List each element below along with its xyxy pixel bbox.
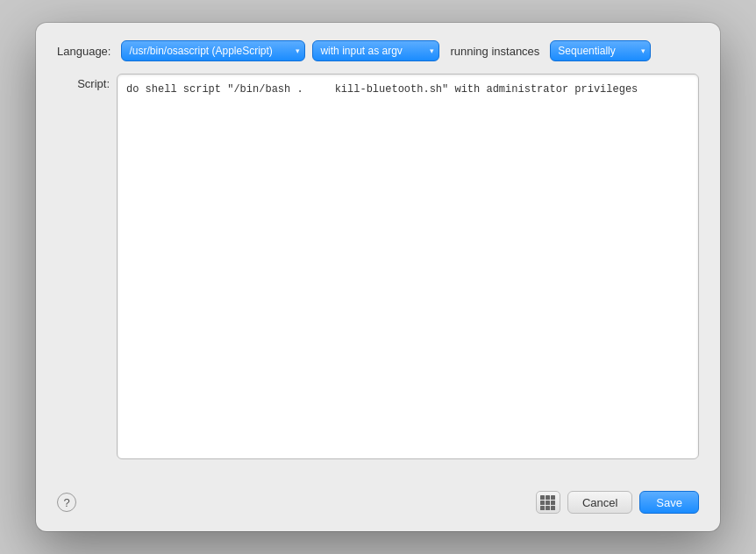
running-label: running instances <box>450 45 539 58</box>
input-select-wrapper[interactable]: with input as argv ▾ <box>312 40 439 61</box>
bottom-row: ? Cancel Save <box>57 491 699 514</box>
cancel-button[interactable]: Cancel <box>567 491 632 514</box>
help-icon: ? <box>63 496 69 509</box>
sequential-select[interactable]: Sequentially <box>550 40 651 61</box>
save-button[interactable]: Save <box>639 491 699 514</box>
language-value: /usr/bin/osascript (AppleScript) <box>129 45 272 57</box>
input-value: with input as argv <box>320 45 402 57</box>
toolbar-row: Language: /usr/bin/osascript (AppleScrip… <box>57 40 699 61</box>
sequential-select-wrapper[interactable]: Sequentially ▾ <box>550 40 651 61</box>
input-select[interactable]: with input as argv <box>312 40 439 61</box>
grid-button[interactable] <box>536 491 560 514</box>
script-editor[interactable]: do shell script "/bin/bash <span class="… <box>117 74 699 459</box>
sequential-value: Sequentially <box>558 45 615 57</box>
language-label: Language: <box>57 45 111 58</box>
dialog: Language: /usr/bin/osascript (AppleScrip… <box>36 23 720 531</box>
help-button[interactable]: ? <box>57 493 76 512</box>
script-row: Script: do shell script "/bin/bash <span… <box>57 74 699 477</box>
right-buttons: Cancel Save <box>536 491 699 514</box>
language-select[interactable]: /usr/bin/osascript (AppleScript) <box>121 40 305 61</box>
script-label: Script: <box>57 77 110 90</box>
language-select-wrapper[interactable]: /usr/bin/osascript (AppleScript) ▾ <box>121 40 305 61</box>
grid-icon <box>540 495 555 510</box>
